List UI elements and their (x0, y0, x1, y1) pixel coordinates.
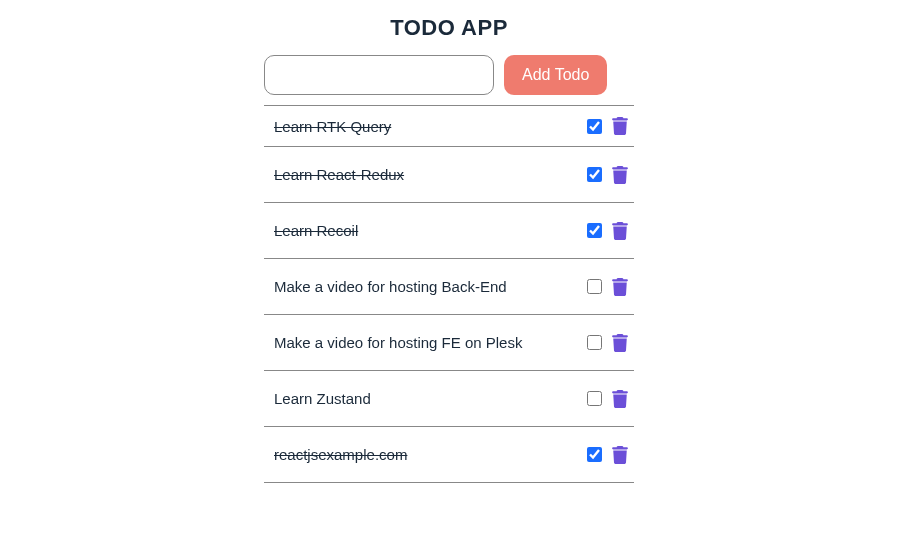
new-todo-input[interactable] (264, 55, 494, 95)
add-todo-form: Add Todo (264, 55, 634, 95)
todo-item: Make a video for hosting Back-End (264, 259, 634, 315)
todo-text: reactjsexample.com (274, 446, 587, 463)
todo-text: Learn React-Redux (274, 166, 587, 183)
todo-text: Make a video for hosting Back-End (274, 278, 587, 295)
todo-app: TODO APP Add Todo Learn RTK QueryLearn R… (264, 15, 634, 545)
todo-controls (587, 222, 628, 240)
todo-checkbox[interactable] (587, 119, 602, 134)
todo-text: Learn Zustand (274, 390, 587, 407)
todo-checkbox[interactable] (587, 335, 602, 350)
todo-text: Learn RTK Query (274, 118, 587, 135)
trash-icon[interactable] (612, 334, 628, 352)
add-todo-button[interactable]: Add Todo (504, 55, 607, 95)
todo-item: Make a video for hosting FE on Plesk (264, 315, 634, 371)
trash-icon[interactable] (612, 166, 628, 184)
todo-controls (587, 117, 628, 135)
todo-text: Make a video for hosting FE on Plesk (274, 334, 587, 351)
todo-item: reactjsexample.com (264, 427, 634, 483)
trash-icon[interactable] (612, 446, 628, 464)
todo-controls (587, 166, 628, 184)
page-title: TODO APP (390, 15, 508, 41)
todo-controls (587, 334, 628, 352)
todo-controls (587, 446, 628, 464)
todo-item: Learn RTK Query (264, 105, 634, 147)
todo-checkbox[interactable] (587, 279, 602, 294)
trash-icon[interactable] (612, 222, 628, 240)
todo-item: Learn Zustand (264, 371, 634, 427)
trash-icon[interactable] (612, 278, 628, 296)
todo-checkbox[interactable] (587, 391, 602, 406)
trash-icon[interactable] (612, 390, 628, 408)
todo-controls (587, 390, 628, 408)
todo-controls (587, 278, 628, 296)
todo-item: Learn Recoil (264, 203, 634, 259)
todo-list: Learn RTK QueryLearn React-ReduxLearn Re… (264, 105, 634, 483)
todo-item: Learn React-Redux (264, 147, 634, 203)
trash-icon[interactable] (612, 117, 628, 135)
todo-checkbox[interactable] (587, 447, 602, 462)
todo-checkbox[interactable] (587, 223, 602, 238)
todo-checkbox[interactable] (587, 167, 602, 182)
todo-list-scroll[interactable]: Learn RTK QueryLearn React-ReduxLearn Re… (264, 105, 634, 505)
todo-text: Learn Recoil (274, 222, 587, 239)
